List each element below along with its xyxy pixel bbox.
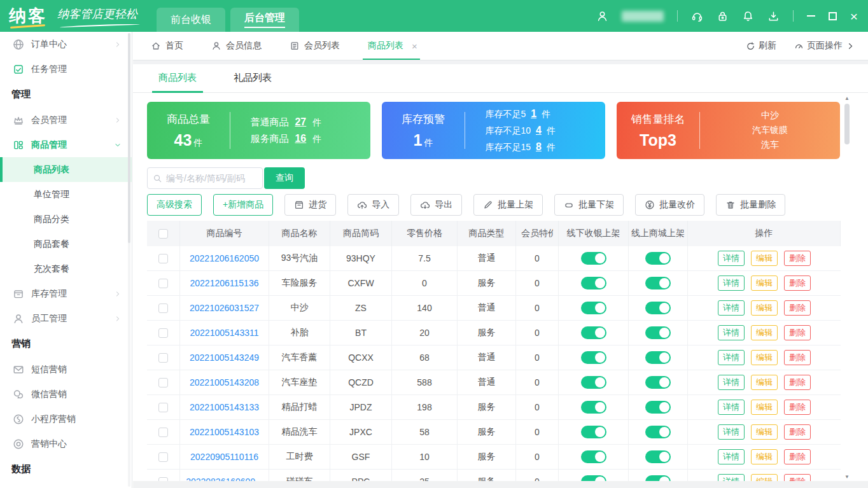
- delete-button[interactable]: 删除: [784, 350, 811, 365]
- row-checkbox[interactable]: [158, 378, 168, 387]
- sidebar-item-statistics-report[interactable]: 统计报表: [0, 482, 132, 488]
- query-button[interactable]: 查询: [264, 167, 305, 189]
- detail-button[interactable]: 详情: [718, 300, 745, 316]
- edit-button[interactable]: 编辑: [751, 449, 778, 464]
- sidebar-subitem-recharge-package[interactable]: 充次套餐: [0, 256, 132, 281]
- offline-cashier-toggle[interactable]: [581, 302, 606, 314]
- detail-button[interactable]: 详情: [718, 251, 745, 266]
- delete-button[interactable]: 删除: [784, 424, 811, 440]
- scroll-down-arrow[interactable]: ▼: [844, 474, 850, 480]
- vertical-scrollbar[interactable]: ▲ ▼: [844, 95, 850, 480]
- product-id-link[interactable]: 20221005143208: [190, 377, 259, 387]
- add-goods-button[interactable]: +新增商品: [213, 194, 273, 216]
- detail-button[interactable]: 详情: [718, 275, 745, 291]
- product-id-link[interactable]: 20221026031527: [190, 303, 259, 313]
- delete-button[interactable]: 删除: [784, 449, 811, 464]
- edit-button[interactable]: 编辑: [751, 325, 778, 340]
- window-maximize-button[interactable]: [829, 12, 837, 20]
- tab-goods-list[interactable]: 商品列表: [158, 72, 197, 92]
- advanced-search-button[interactable]: 高级搜索: [147, 194, 202, 216]
- delete-button[interactable]: 删除: [784, 251, 811, 266]
- row-checkbox[interactable]: [158, 254, 168, 263]
- online-mall-toggle[interactable]: [645, 450, 671, 463]
- sidebar-item-task-management[interactable]: 任务管理: [0, 57, 132, 81]
- online-mall-toggle[interactable]: [645, 376, 671, 389]
- page-tab-goods-list[interactable]: 商品列表 ×: [368, 32, 417, 60]
- row-checkbox[interactable]: [158, 279, 168, 288]
- nav-tab-front-cashier[interactable]: 前台收银: [157, 8, 225, 32]
- horizontal-scrollbar[interactable]: [133, 481, 868, 488]
- edit-button[interactable]: 编辑: [751, 375, 778, 390]
- scrollbar-thumb[interactable]: [844, 104, 850, 144]
- delete-button[interactable]: 删除: [784, 300, 811, 316]
- product-id-link[interactable]: 20221005143133: [190, 402, 259, 412]
- sidebar-item-staff-management[interactable]: 员工管理: [0, 306, 132, 331]
- page-tab-member-info[interactable]: 会员信息: [211, 32, 262, 60]
- delete-button[interactable]: 删除: [784, 325, 811, 340]
- close-tab-icon[interactable]: ×: [412, 41, 417, 52]
- sidebar-subitem-goods-category[interactable]: 商品分类: [0, 207, 132, 232]
- product-id-link[interactable]: 20221005143103: [190, 427, 259, 437]
- online-mall-toggle[interactable]: [645, 252, 671, 265]
- window-close-button[interactable]: ×: [850, 10, 858, 23]
- offline-cashier-toggle[interactable]: [581, 252, 606, 265]
- row-checkbox[interactable]: [158, 303, 168, 313]
- product-id-link[interactable]: 20221005143249: [190, 352, 259, 363]
- online-mall-toggle[interactable]: [645, 277, 671, 289]
- row-checkbox[interactable]: [158, 328, 168, 338]
- row-checkbox[interactable]: [158, 452, 168, 462]
- edit-button[interactable]: 编辑: [751, 424, 778, 440]
- window-minimize-button[interactable]: [807, 15, 815, 17]
- detail-button[interactable]: 详情: [718, 350, 745, 365]
- online-mall-toggle[interactable]: [645, 302, 671, 314]
- sidebar-item-sms-marketing[interactable]: 短信营销: [0, 357, 132, 382]
- sidebar-item-goods-management[interactable]: 商品管理: [0, 132, 132, 157]
- delete-button[interactable]: 删除: [784, 375, 811, 390]
- offline-cashier-toggle[interactable]: [581, 277, 606, 289]
- page-operations-button[interactable]: 页面操作: [794, 40, 855, 52]
- edit-button[interactable]: 编辑: [751, 350, 778, 365]
- row-checkbox[interactable]: [158, 403, 168, 412]
- tab-gift-list[interactable]: 礼品列表: [234, 72, 272, 92]
- sidebar-item-order-center[interactable]: 订单中心: [0, 32, 132, 57]
- edit-button[interactable]: 编辑: [751, 300, 778, 316]
- offline-cashier-toggle[interactable]: [581, 401, 606, 414]
- batch-offshelf-button[interactable]: 批量下架: [554, 194, 624, 216]
- batch-onshelf-button[interactable]: 批量上架: [473, 194, 543, 216]
- detail-button[interactable]: 详情: [718, 424, 745, 440]
- online-mall-toggle[interactable]: [645, 401, 671, 414]
- batch-price-button[interactable]: 批量改价: [635, 194, 704, 216]
- product-id-link[interactable]: 20221206162050: [190, 253, 259, 263]
- delete-button[interactable]: 删除: [784, 400, 811, 415]
- select-all-checkbox[interactable]: [158, 229, 168, 239]
- online-mall-toggle[interactable]: [645, 426, 671, 438]
- offline-cashier-toggle[interactable]: [581, 426, 606, 438]
- sidebar-subitem-goods-list[interactable]: 商品列表: [0, 157, 132, 182]
- bell-icon[interactable]: [742, 10, 754, 22]
- product-id-link[interactable]: 20221206115136: [190, 278, 259, 288]
- edit-button[interactable]: 编辑: [751, 251, 778, 266]
- sidebar-subitem-goods-package[interactable]: 商品套餐: [0, 232, 132, 256]
- search-input[interactable]: [166, 173, 257, 183]
- detail-button[interactable]: 详情: [718, 375, 745, 390]
- download-icon[interactable]: [767, 10, 780, 22]
- offline-cashier-toggle[interactable]: [581, 450, 606, 463]
- detail-button[interactable]: 详情: [718, 449, 745, 464]
- export-button[interactable]: 导出: [410, 194, 462, 216]
- refresh-button[interactable]: 刷新: [746, 40, 776, 52]
- page-tab-member-list[interactable]: 会员列表: [290, 32, 340, 60]
- row-checkbox[interactable]: [158, 428, 168, 437]
- sidebar-item-inventory-management[interactable]: 库存管理: [0, 281, 132, 306]
- edit-button[interactable]: 编辑: [751, 275, 778, 291]
- product-id-link[interactable]: 20220905110116: [190, 452, 258, 462]
- sidebar-scrollbar-thumb[interactable]: [128, 33, 130, 243]
- sidebar-subitem-unit-management[interactable]: 单位管理: [0, 182, 132, 207]
- page-tab-home[interactable]: 首页: [151, 32, 183, 60]
- nav-tab-backend-admin[interactable]: 后台管理: [230, 8, 299, 32]
- offline-cashier-toggle[interactable]: [581, 376, 606, 389]
- batch-delete-button[interactable]: 批量删除: [716, 194, 785, 216]
- sidebar-item-marketing-center[interactable]: 营销中心: [0, 431, 132, 456]
- delete-button[interactable]: 删除: [784, 275, 811, 291]
- detail-button[interactable]: 详情: [718, 325, 745, 340]
- sidebar-item-member-management[interactable]: 会员管理: [0, 108, 132, 132]
